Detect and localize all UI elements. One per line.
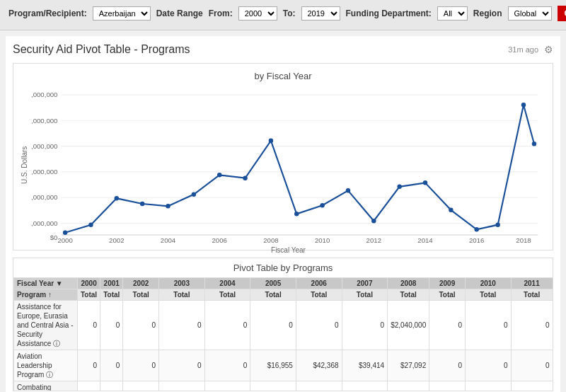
svg-point-37 <box>397 185 401 190</box>
value-cell: 0 <box>465 301 511 350</box>
svg-point-31 <box>243 175 247 180</box>
value-cell: $222,815 <box>159 381 205 391</box>
value-cell: $188,490 <box>388 381 429 391</box>
value-cell: 0 <box>511 350 553 381</box>
go-button[interactable]: GO <box>558 6 567 21</box>
total-2005: Total <box>250 289 296 301</box>
to-label: To: <box>283 8 296 18</box>
year-2011-header: 2011 <box>511 278 553 289</box>
program-cell: Assistance for Europe, Eurasia and Centr… <box>14 301 78 350</box>
svg-point-24 <box>63 230 67 235</box>
total-2003: Total <box>159 289 205 301</box>
total-2001: Total <box>100 289 123 301</box>
pivot-section: Pivot Table by Programs Fiscal Year ▼ 20… <box>13 258 553 391</box>
from-year-select[interactable]: 2000 <box>238 6 277 21</box>
svg-text:2014: 2014 <box>417 236 433 243</box>
year-2008-header: 2008 <box>388 278 429 289</box>
svg-point-28 <box>166 204 170 209</box>
program-cell: Combating Terrorism Fellowship Program ⓘ <box>14 381 78 391</box>
value-cell: $158,568 <box>342 381 388 391</box>
value-cell: 0 <box>78 350 100 381</box>
svg-text:2012: 2012 <box>366 236 381 243</box>
svg-point-43 <box>532 142 536 146</box>
chart-inner: $60,000,000 $50,000,000 $40,000,000 $30,… <box>31 87 545 243</box>
value-cell: $281,116 <box>204 381 250 391</box>
value-cell: $174,513 <box>296 381 342 391</box>
value-cell: 0 <box>429 301 466 350</box>
filter-bar: Program/Recipient: Azerbaijan Date Range… <box>0 0 566 30</box>
value-cell: $176,611 <box>250 381 296 391</box>
value-cell: 0 <box>78 301 100 350</box>
value-cell: 0 <box>159 301 205 350</box>
svg-text:$20,000,000: $20,000,000 <box>31 193 58 201</box>
date-range-label: Date Range <box>156 8 203 18</box>
program-subheader[interactable]: Program ↑ <box>14 289 78 301</box>
pivot-table: Fiscal Year ▼ 2000 2001 2002 2003 2004 2… <box>13 277 553 391</box>
svg-point-35 <box>346 188 350 193</box>
value-cell: 0 <box>204 301 250 350</box>
total-2007: Total <box>342 289 388 301</box>
value-cell: $286,635 <box>429 381 466 391</box>
value-cell: 0 <box>100 350 123 381</box>
total-2006: Total <box>296 289 342 301</box>
svg-text:2018: 2018 <box>516 236 531 243</box>
value-cell: $2,040,000 <box>388 301 429 350</box>
svg-point-40 <box>475 227 479 232</box>
fiscal-year-col-header[interactable]: Fiscal Year ▼ <box>14 278 78 289</box>
svg-point-30 <box>217 173 221 178</box>
svg-point-27 <box>140 202 144 207</box>
svg-point-36 <box>371 219 376 224</box>
value-cell: $27,092 <box>388 350 429 381</box>
total-2004: Total <box>204 289 250 301</box>
pivot-table-title: Pivot Table by Programs <box>13 258 553 277</box>
value-cell: 0 <box>123 301 159 350</box>
svg-text:2000: 2000 <box>57 236 73 243</box>
svg-text:$50,000,000: $50,000,000 <box>31 116 58 124</box>
value-cell: $111,749 <box>123 381 159 391</box>
svg-point-29 <box>192 192 196 197</box>
svg-point-34 <box>320 203 324 208</box>
svg-text:$40,000,000: $40,000,000 <box>31 142 58 150</box>
year-2007-header: 2007 <box>342 278 388 289</box>
value-cell: 0 <box>296 301 342 350</box>
funding-label: Funding Department: <box>346 8 432 18</box>
value-cell: 0 <box>342 301 388 350</box>
year-2009-header: 2009 <box>429 278 466 289</box>
to-year-select[interactable]: 2019 <box>301 6 340 21</box>
value-cell: 0 <box>204 350 250 381</box>
year-2000-header: 2000 <box>78 278 100 289</box>
value-cell: $64,321 <box>465 381 511 391</box>
program-cell: Aviation Leadership Program ⓘ <box>14 350 78 381</box>
chart-title: by Fiscal Year <box>21 71 545 81</box>
total-2008: Total <box>388 289 429 301</box>
table-row: Assistance for Europe, Eurasia and Centr… <box>14 301 553 350</box>
table-row: Combating Terrorism Fellowship Program ⓘ… <box>14 381 553 391</box>
program-select[interactable]: Azerbaijan <box>93 6 151 21</box>
svg-text:2006: 2006 <box>212 236 227 243</box>
funding-dept-select[interactable]: All <box>437 6 468 21</box>
settings-icon[interactable]: ⚙ <box>544 44 553 55</box>
value-cell: 0 <box>159 350 205 381</box>
year-2002-header: 2002 <box>123 278 159 289</box>
value-cell: 0 <box>100 381 123 391</box>
value-cell: $137,092 <box>511 381 553 391</box>
line-chart: $60,000,000 $50,000,000 $40,000,000 $30,… <box>31 87 545 243</box>
svg-text:$30,000,000: $30,000,000 <box>31 168 58 175</box>
value-cell: 0 <box>465 350 511 381</box>
region-select[interactable]: Global <box>508 6 552 21</box>
svg-point-26 <box>115 196 119 201</box>
x-axis-label: Fiscal Year <box>31 246 545 254</box>
page-header: Security Aid Pivot Table - Programs 31m … <box>13 43 553 56</box>
svg-text:$10,000,000: $10,000,000 <box>31 219 58 227</box>
year-2004-header: 2004 <box>204 278 250 289</box>
main-content: Security Aid Pivot Table - Programs 31m … <box>6 36 560 392</box>
pivot-table-wrapper[interactable]: Fiscal Year ▼ 2000 2001 2002 2003 2004 2… <box>13 277 553 391</box>
svg-text:2016: 2016 <box>469 236 484 243</box>
table-row: Aviation Leadership Program ⓘ00000$16,95… <box>14 350 553 381</box>
page-meta: 31m ago ⚙ <box>508 44 553 55</box>
year-2001-header: 2001 <box>100 278 123 289</box>
total-2009: Total <box>429 289 466 301</box>
svg-point-38 <box>423 180 427 185</box>
svg-point-25 <box>88 222 93 227</box>
value-cell: 0 <box>100 301 123 350</box>
